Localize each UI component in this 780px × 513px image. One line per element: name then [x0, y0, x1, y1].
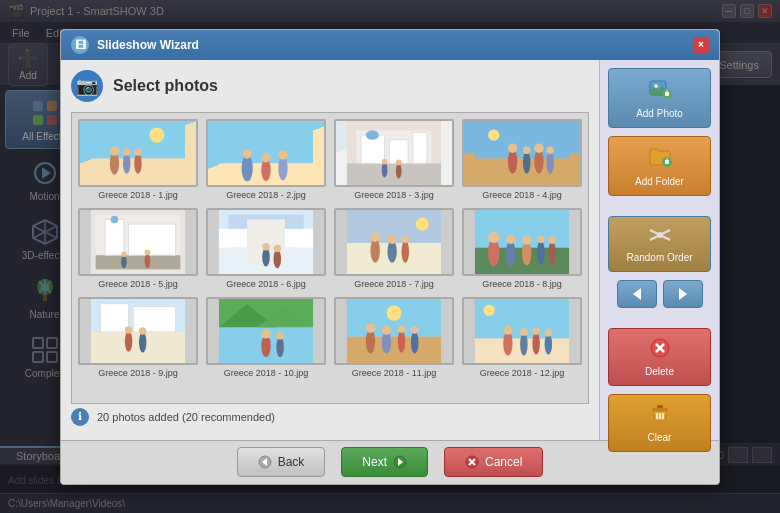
svg-point-100	[548, 236, 556, 244]
svg-point-138	[532, 327, 540, 335]
photo-label-3: Greece 2018 - 3.jpg	[354, 190, 434, 200]
photo-item-1[interactable]: Greece 2018 - 1.jpg	[78, 119, 198, 200]
back-button[interactable]: Back	[237, 447, 326, 477]
svg-point-57	[534, 143, 543, 152]
svg-point-28	[134, 153, 142, 174]
svg-point-117	[276, 336, 284, 357]
photo-thumb-6	[206, 208, 326, 276]
svg-point-99	[548, 241, 556, 265]
delete-button[interactable]: Delete	[608, 328, 711, 386]
photo-item-4[interactable]: Greece 2018 - 4.jpg	[462, 119, 582, 200]
photo-label-10: Greece 2018 - 10.jpg	[224, 368, 309, 378]
svg-rect-158	[652, 408, 668, 411]
svg-point-55	[523, 146, 531, 154]
svg-point-137	[532, 331, 540, 354]
svg-point-87	[402, 240, 410, 263]
next-button[interactable]: Next	[341, 447, 428, 477]
svg-point-106	[125, 326, 133, 334]
next-nav-button[interactable]	[663, 280, 703, 308]
svg-point-135	[520, 332, 528, 355]
photo-thumb-7	[334, 208, 454, 276]
svg-point-82	[416, 217, 429, 230]
svg-point-45	[382, 162, 388, 177]
add-folder-button[interactable]: Add Folder	[608, 136, 711, 196]
clear-button[interactable]: Clear	[608, 394, 711, 452]
svg-rect-49	[475, 121, 569, 159]
cancel-button[interactable]: Cancel	[444, 447, 543, 477]
photo-item-6[interactable]: Greece 2018 - 6.jpg	[206, 208, 326, 289]
svg-point-140	[545, 329, 553, 337]
photo-item-3[interactable]: Greece 2018 - 3.jpg	[334, 119, 454, 200]
photo-label-5: Greece 2018 - 5.jpg	[98, 279, 178, 289]
clear-label: Clear	[648, 432, 672, 443]
svg-marker-153	[633, 288, 641, 300]
add-folder-icon	[648, 145, 672, 173]
svg-rect-43	[413, 132, 427, 163]
svg-point-69	[145, 249, 151, 255]
svg-point-134	[503, 325, 512, 334]
svg-point-139	[545, 333, 553, 354]
svg-rect-50	[475, 158, 569, 184]
info-bar: ℹ 20 photos added (20 recommended)	[71, 404, 589, 430]
svg-point-35	[261, 153, 270, 162]
svg-rect-146	[666, 90, 667, 96]
svg-point-26	[123, 153, 131, 174]
svg-point-47	[396, 163, 402, 178]
dialog-close-button[interactable]: ×	[693, 37, 709, 53]
photo-label-11: Greece 2018 - 11.jpg	[352, 368, 437, 378]
svg-point-107	[139, 331, 147, 352]
svg-rect-149	[666, 158, 667, 164]
svg-point-128	[411, 331, 419, 354]
add-photo-button[interactable]: Add Photo	[608, 68, 711, 128]
svg-point-37	[278, 150, 287, 159]
svg-point-129	[411, 326, 419, 334]
svg-point-126	[398, 330, 406, 353]
random-order-button[interactable]: Random Order	[608, 216, 711, 272]
svg-point-68	[145, 253, 151, 268]
svg-point-121	[386, 305, 401, 320]
photo-item-12[interactable]: Greece 2018 - 12.jpg	[462, 297, 582, 378]
slideshow-wizard-dialog: 🎞 Slideshow Wizard × 📷 Select photos	[60, 29, 720, 485]
svg-point-25	[110, 146, 119, 155]
svg-rect-103	[100, 303, 128, 331]
photo-label-9: Greece 2018 - 9.jpg	[98, 368, 178, 378]
svg-point-118	[276, 331, 284, 339]
svg-point-53	[508, 143, 517, 152]
photo-label-1: Greece 2018 - 1.jpg	[98, 190, 178, 200]
svg-point-79	[274, 244, 282, 252]
photo-item-8[interactable]: Greece 2018 - 8.jpg	[462, 208, 582, 289]
photo-item-9[interactable]: Greece 2018 - 9.jpg	[78, 297, 198, 378]
add-photo-icon	[648, 77, 672, 105]
app-window: 🎬 Project 1 - SmartSHOW 3D ─ □ ✕ File Ed…	[0, 0, 780, 513]
photo-thumb-11	[334, 297, 454, 365]
svg-rect-159	[657, 405, 663, 408]
prev-button[interactable]	[617, 280, 657, 308]
dialog-title-bar: 🎞 Slideshow Wizard ×	[61, 30, 719, 60]
svg-point-51	[488, 129, 499, 140]
svg-point-136	[520, 328, 528, 336]
svg-point-142	[654, 84, 658, 88]
svg-point-93	[506, 240, 515, 266]
photo-grid-container[interactable]: Greece 2018 - 1.jpg	[71, 112, 589, 404]
svg-point-32	[242, 154, 253, 180]
svg-point-127	[398, 325, 406, 333]
svg-point-77	[262, 242, 270, 250]
random-order-icon	[648, 225, 672, 249]
photo-item-11[interactable]: Greece 2018 - 11.jpg	[334, 297, 454, 378]
svg-rect-40	[347, 163, 441, 185]
svg-point-29	[134, 148, 142, 156]
photo-label-4: Greece 2018 - 4.jpg	[482, 190, 562, 200]
photo-item-5[interactable]: Greece 2018 - 5.jpg	[78, 208, 198, 289]
svg-point-152	[657, 232, 663, 238]
delete-label: Delete	[645, 366, 674, 377]
svg-point-54	[523, 151, 531, 174]
photo-item-10[interactable]: Greece 2018 - 10.jpg	[206, 297, 326, 378]
svg-point-76	[262, 247, 270, 266]
nav-buttons	[608, 280, 711, 308]
photo-item-2[interactable]: Greece 2018 - 2.jpg	[206, 119, 326, 200]
dialog-right-panel: Add Photo Add Folder	[599, 60, 719, 440]
photo-item-7[interactable]: Greece 2018 - 7.jpg	[334, 208, 454, 289]
dialog-heading: Select photos	[113, 77, 218, 95]
select-photos-icon: 📷	[71, 70, 103, 102]
random-order-label: Random Order	[626, 252, 692, 263]
